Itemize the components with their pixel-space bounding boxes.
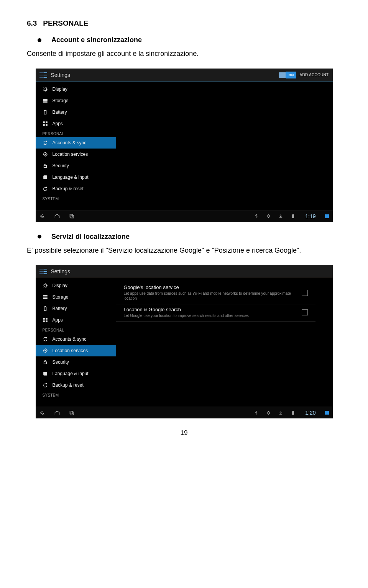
notification-indicator [325,214,329,218]
svg-rect-28 [46,318,47,320]
settings-topbar: Settings ON ADD ACCOUNT [36,69,333,82]
storage-icon [43,98,48,103]
backup-icon [43,186,48,191]
recent-apps-button[interactable] [69,213,75,219]
sidebar-item-display[interactable]: Display [36,83,116,95]
sidebar-item-label: Apps [53,317,63,323]
settings-title: Settings [51,72,279,78]
battery-status-icon [291,410,295,415]
bullet-1: Account e sincronizzazione [38,36,341,44]
battery-status-icon [291,214,295,219]
paragraph-2: E' possibile selezionare il "Servizio lo… [27,245,341,257]
sidebar-item-accounts-sync[interactable]: Accounts & sync [36,137,116,149]
svg-rect-4 [44,110,46,114]
svg-rect-3 [43,101,47,102]
setting-google-location-service[interactable]: Google's location service Let apps use d… [116,282,315,304]
sidebar-item-language[interactable]: A Language & input [36,368,116,379]
display-icon [43,87,48,92]
sidebar-item-location[interactable]: Location services [36,345,116,356]
checkbox[interactable] [302,309,308,315]
sidebar-item-label: Backup & reset [53,186,84,191]
svg-rect-26 [44,306,46,307]
svg-rect-2 [43,100,47,101]
section-number: 6.3 [27,19,37,27]
sidebar-item-storage[interactable]: Storage [36,291,116,303]
usb-icon [254,214,258,219]
svg-point-32 [44,350,46,351]
svg-text:A: A [44,372,46,375]
sidebar-item-security[interactable]: Security [36,356,116,368]
settings-topbar: Settings [36,265,333,278]
bullet-2-title: Servizi di localizzazione [51,233,130,241]
sidebar-item-label: Storage [53,98,69,103]
svg-rect-24 [43,298,47,299]
storage-icon [43,294,48,300]
add-account-button[interactable]: ADD ACCOUNT [299,73,329,77]
svg-rect-5 [44,110,46,111]
sync-icon [43,140,48,145]
sync-icon [43,336,48,342]
setting-title: Google's location service [124,284,296,290]
system-navbar: 1:19 [36,210,333,222]
svg-point-38 [256,411,256,412]
svg-rect-30 [46,321,47,322]
lang-icon: A [43,175,48,180]
home-button[interactable] [54,410,60,416]
svg-rect-6 [43,121,44,123]
svg-point-21 [44,284,46,287]
sidebar-item-label: Storage [53,294,69,300]
usb-icon [254,410,258,415]
sidebar-item-battery[interactable]: Battery [36,303,116,314]
sidebar-item-storage[interactable]: Storage [36,95,116,106]
lock-icon [43,163,48,168]
sidebar-item-label: Battery [53,306,67,311]
sidebar-item-backup[interactable]: Backup & reset [36,379,116,391]
settings-icon [39,72,47,78]
svg-rect-20 [292,214,293,215]
sidebar-header-personal: PERSONAL [36,326,116,333]
svg-point-11 [44,154,46,155]
sidebar-header-system: SYSTEM [36,391,116,399]
sidebar-item-security[interactable]: Security [36,160,116,172]
sidebar-item-location[interactable]: Location services [36,149,116,160]
sidebar-item-apps[interactable]: Apps [36,118,116,129]
checkbox[interactable] [302,290,308,296]
back-button[interactable] [39,213,46,219]
system-navbar: 1:20 [36,407,333,418]
back-button[interactable] [39,410,46,416]
home-button[interactable] [54,213,60,219]
clock: 1:19 [305,213,315,219]
svg-rect-7 [46,121,47,123]
section-heading: 6.3 PERSONALE [27,19,341,28]
battery-icon [43,306,48,311]
lock-icon [43,359,48,365]
setting-location-google-search[interactable]: Location & Google search Let Google use … [116,304,315,322]
recent-apps-button[interactable] [69,410,75,416]
svg-rect-40 [292,411,294,414]
setting-title: Location & Google search [124,307,296,312]
download-icon [278,214,283,219]
svg-rect-8 [43,124,44,126]
sidebar-item-battery[interactable]: Battery [36,106,116,118]
bullet-icon [38,235,41,238]
svg-rect-37 [71,412,73,415]
svg-rect-12 [44,165,46,167]
backup-icon [43,382,48,388]
download-icon [278,410,283,415]
content-pane: Google's location service Let apps use d… [116,278,333,407]
svg-rect-16 [71,215,73,218]
sidebar-item-display[interactable]: Display [36,280,116,291]
screenshot-location-services: Settings Display Storage Battery Apps PE… [36,265,333,418]
paragraph-1: Consente di impostare gli account e la s… [27,48,341,60]
svg-rect-27 [43,318,44,320]
svg-rect-15 [70,214,72,217]
sidebar-item-label: Location services [53,348,88,353]
sidebar-item-label: Security [53,359,69,365]
sidebar-item-backup[interactable]: Backup & reset [36,183,116,194]
sync-toggle[interactable]: ON [279,71,296,79]
sidebar-item-accounts-sync[interactable]: Accounts & sync [36,333,116,345]
svg-point-17 [256,214,256,215]
sidebar-item-apps[interactable]: Apps [36,314,116,326]
sidebar-item-language[interactable]: A Language & input [36,172,116,183]
svg-rect-36 [70,411,72,413]
